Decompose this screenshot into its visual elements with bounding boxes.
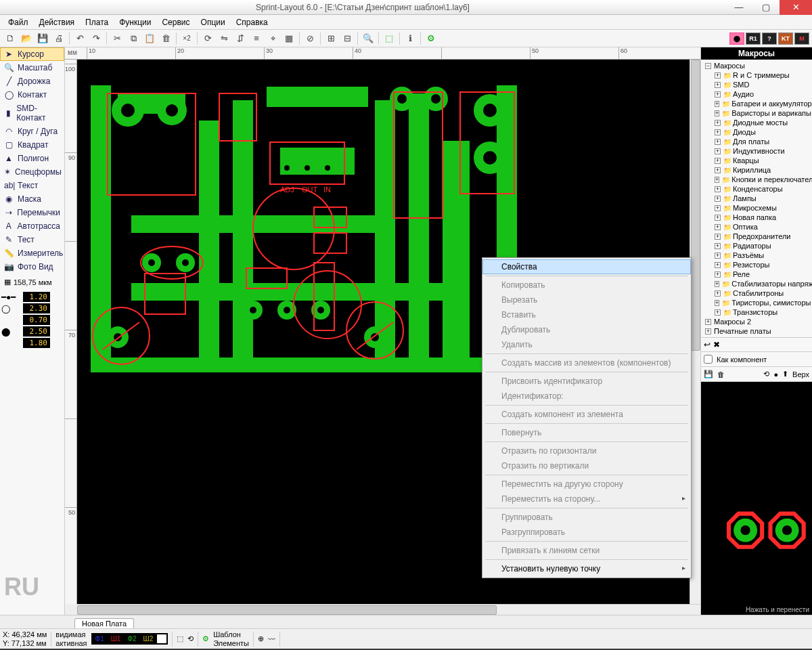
- tool-автотрасса[interactable]: AАвтотрасса: [0, 219, 64, 233]
- close-button[interactable]: ✕: [780, 0, 812, 15]
- gear-icon[interactable]: ⚙: [424, 31, 438, 46]
- group-icon[interactable]: ⊞: [323, 31, 338, 46]
- mirror-v-icon[interactable]: ⇵: [233, 31, 248, 46]
- as-component-checkbox[interactable]: [704, 355, 713, 364]
- grid-value[interactable]: ▦ 158,75 мкм: [4, 278, 60, 286]
- tool-спецформы[interactable]: ✶Спецформы: [0, 165, 64, 179]
- tree-item[interactable]: +📁Конденсаторы: [702, 184, 811, 194]
- menu-file[interactable]: Файл: [3, 16, 34, 28]
- tree-item[interactable]: +📁Резисторы: [702, 260, 811, 269]
- paste-icon[interactable]: 📋: [142, 31, 157, 46]
- tool-маска[interactable]: ◉Маска: [0, 192, 64, 206]
- menu-help[interactable]: Справка: [231, 16, 273, 28]
- ctx-item[interactable]: Свойства: [482, 259, 691, 274]
- rotate-icon[interactable]: ⟳: [200, 31, 215, 46]
- board-tab[interactable]: Новая Плата: [74, 618, 134, 628]
- macros-tree[interactable]: −Макросы +📁R и C триммеры+📁SMD+📁Аудио+📁Б…: [701, 60, 812, 337]
- tool-квадрат[interactable]: ▢Квадрат: [0, 138, 64, 152]
- tool-тест[interactable]: ✎Тест: [0, 233, 64, 246]
- horizontal-scrollbar[interactable]: [77, 604, 700, 615]
- tree-extra-2[interactable]: +Печатные платы: [702, 326, 811, 336]
- cut-icon[interactable]: ✂: [110, 31, 125, 46]
- dup-icon[interactable]: ×2: [179, 31, 194, 46]
- tool-дорожка[interactable]: ╱Дорожка: [0, 74, 64, 88]
- open-icon[interactable]: 📂: [19, 31, 34, 46]
- menu-board[interactable]: Плата: [80, 16, 114, 28]
- tree-item[interactable]: +📁Радиаторы: [702, 241, 811, 251]
- tree-item[interactable]: +📁Кириллица: [702, 165, 811, 175]
- snap-icon[interactable]: ⌖: [265, 31, 280, 46]
- tool-текст[interactable]: ab|Текст: [0, 179, 64, 192]
- right-badge-3[interactable]: ?: [762, 32, 777, 45]
- tree-item[interactable]: +📁Для платы: [702, 137, 811, 146]
- zoom-icon[interactable]: 🔍: [361, 31, 376, 46]
- save-icon[interactable]: 💾: [35, 31, 50, 46]
- menu-actions[interactable]: Действия: [34, 16, 81, 28]
- tree-item[interactable]: +📁Варисторы и варикапы: [702, 108, 811, 118]
- sb-icon-2[interactable]: ⟲: [187, 634, 194, 643]
- rotate-macro-icon[interactable]: ⟲: [763, 370, 769, 378]
- layer-chip[interactable]: Ф2: [125, 634, 139, 643]
- tree-item[interactable]: +📁R и C триммеры: [702, 70, 811, 80]
- minimize-button[interactable]: —: [725, 0, 752, 15]
- right-badge-1[interactable]: ⬤: [729, 32, 744, 45]
- ungroup-icon[interactable]: ⊟: [340, 31, 355, 46]
- layer-chip[interactable]: Ш1: [108, 634, 124, 643]
- upload-icon[interactable]: ⬆: [782, 370, 788, 378]
- sb-icon-4[interactable]: ⊕: [258, 634, 264, 643]
- param-3b[interactable]: 1.80: [23, 338, 50, 348]
- param-2a[interactable]: 2.30: [23, 303, 50, 313]
- align-icon[interactable]: ≡: [249, 31, 264, 46]
- undo-icon[interactable]: ↶: [72, 31, 87, 46]
- dot1-icon[interactable]: ●: [773, 370, 778, 378]
- tree-item[interactable]: +📁Транзисторы: [702, 307, 811, 317]
- tree-item[interactable]: +📁Новая папка: [702, 213, 811, 222]
- delete-macro-icon[interactable]: 🗑: [717, 370, 725, 378]
- param-3a[interactable]: 2.50: [23, 326, 50, 337]
- tool-перемычки[interactable]: ⇢Перемычки: [0, 206, 64, 219]
- right-badge-4[interactable]: KT: [778, 32, 793, 45]
- tree-item[interactable]: +📁Индуктивности: [702, 146, 811, 156]
- layer-chip[interactable]: К: [157, 634, 166, 643]
- maximize-button[interactable]: ▢: [752, 0, 780, 15]
- tree-item[interactable]: +📁Реле: [702, 269, 811, 279]
- right-badge-5[interactable]: M: [794, 32, 809, 45]
- right-badge-2[interactable]: R1: [746, 32, 761, 45]
- tree-extra-1[interactable]: +Макросы 2: [702, 317, 811, 326]
- tree-item[interactable]: +📁SMD: [702, 80, 811, 89]
- tree-item[interactable]: +📁Кварцы: [702, 156, 811, 165]
- tree-item[interactable]: +📁Микросхемы: [702, 203, 811, 213]
- tool-масштаб[interactable]: 🔍Масштаб: [0, 61, 64, 74]
- tool-контакт[interactable]: ◯Контакт: [0, 88, 64, 102]
- tree-item[interactable]: +📁Диодные мосты: [702, 118, 811, 127]
- tree-item[interactable]: +📁Диоды: [702, 127, 811, 137]
- sb-icon-1[interactable]: ⬚: [177, 634, 183, 643]
- menu-options[interactable]: Опции: [196, 16, 231, 28]
- delete-icon[interactable]: 🗑: [158, 31, 173, 46]
- tree-item[interactable]: +📁Кнопки и переключатели: [702, 175, 811, 184]
- tree-root[interactable]: −Макросы: [702, 61, 811, 70]
- remove-conn-icon[interactable]: ⊘: [302, 31, 317, 46]
- layer-chip[interactable]: Ш2: [141, 634, 156, 643]
- info-icon[interactable]: ℹ: [403, 31, 418, 46]
- toggle1-icon[interactable]: ⬚: [382, 31, 397, 46]
- copy-icon[interactable]: ⧉: [126, 31, 141, 46]
- layer-chips[interactable]: Ф1Ш1Ф2Ш2К: [91, 633, 168, 645]
- save-macro-icon[interactable]: 💾: [704, 370, 713, 378]
- grid-icon[interactable]: ▦: [281, 31, 296, 46]
- sb-icon-3[interactable]: ⚙: [202, 634, 209, 643]
- print-icon[interactable]: 🖨: [51, 31, 66, 46]
- tree-item[interactable]: +📁Тиристоры, симисторы: [702, 298, 811, 307]
- sb-icon-5[interactable]: 〰: [268, 635, 275, 643]
- tree-item[interactable]: +📁Стабилизаторы напряжени: [702, 279, 811, 288]
- new-icon[interactable]: 🗋: [3, 31, 18, 46]
- menu-service[interactable]: Сервис: [156, 16, 195, 28]
- tree-item[interactable]: +📁Аудио: [702, 89, 811, 99]
- tool-круг-дуга[interactable]: ◠Круг / Дуга: [0, 125, 64, 138]
- tool-фото-вид[interactable]: 📷Фото Вид: [0, 260, 64, 274]
- folder-del-icon[interactable]: ✖: [713, 340, 720, 349]
- ctx-item[interactable]: Установить нулевую точку: [482, 561, 691, 576]
- folder-back-icon[interactable]: ↩: [704, 340, 710, 349]
- tree-item[interactable]: +📁Оптика: [702, 222, 811, 232]
- tree-item[interactable]: +📁Батареи и аккумуляторы: [702, 99, 811, 108]
